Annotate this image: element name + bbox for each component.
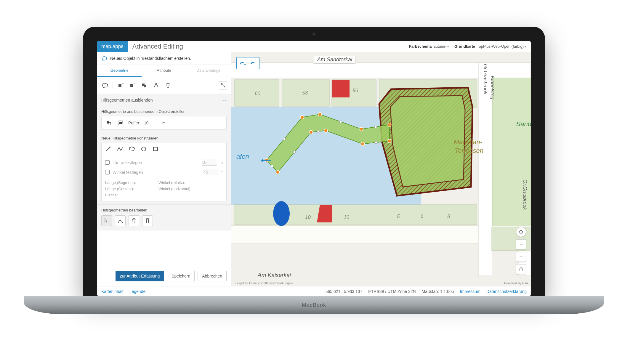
to-attribute-capture-button[interactable]: zur Attribut-Erfassung xyxy=(116,271,164,281)
add-shape-button[interactable]: + xyxy=(116,81,125,89)
map-viewport[interactable]: 60 58 56 5 6 8 10 10 + Am Sandtorkai Am … xyxy=(231,52,531,286)
privacy-link[interactable]: Datenschutzerklärung xyxy=(486,289,527,294)
fix-angle-label: Winkel festlegen xyxy=(113,170,143,175)
fix-length-checkbox[interactable] xyxy=(105,160,110,165)
chevron-down-icon: ▾ xyxy=(447,45,449,48)
draw-point-button[interactable] xyxy=(105,145,112,153)
from-existing-heading: Hilfsgeometrie aus bestehendem Objekt er… xyxy=(101,109,227,114)
svg-rect-9 xyxy=(119,122,122,124)
svg-point-43 xyxy=(339,121,342,123)
draw-polygon-button[interactable] xyxy=(128,145,135,153)
buffer-input[interactable] xyxy=(144,120,159,126)
delete-all-helpers-button[interactable] xyxy=(142,215,153,226)
svg-text:+: + xyxy=(122,82,124,85)
svg-point-37 xyxy=(388,123,391,126)
save-button[interactable]: Speichern xyxy=(167,271,195,281)
building-number: 8 xyxy=(447,214,450,219)
map-credit: Powered by Esri xyxy=(504,281,528,285)
street-label-grasbrook-top: Gr.Grasbrook xyxy=(482,64,488,94)
building-number: 5 xyxy=(397,214,400,219)
tab-geometry[interactable]: Geometrie xyxy=(97,65,142,77)
angle-rel-label: Winkel (relativ): xyxy=(158,180,185,185)
svg-rect-5 xyxy=(144,85,146,87)
svg-point-35 xyxy=(318,113,322,116)
webcam-dot xyxy=(313,33,315,36)
building-number: 56 xyxy=(352,88,358,93)
street-label-top: Am Sandtorkai xyxy=(314,56,355,64)
svg-point-29 xyxy=(273,201,290,226)
delete-button[interactable] xyxy=(164,81,172,89)
svg-text:−: − xyxy=(134,82,135,85)
sand-label: Sand xyxy=(516,120,531,128)
scheme-dropdown[interactable]: autumn▾ xyxy=(433,44,448,49)
tab-files: Dateianhänge xyxy=(186,65,231,77)
draw-polygon-button[interactable] xyxy=(101,81,109,89)
app-header: map.apps Advanced Editing Farbschema aut… xyxy=(97,41,531,52)
buffer-label: Puffer: xyxy=(128,121,140,125)
building-number: 10 xyxy=(305,214,311,220)
locate-button[interactable] xyxy=(516,227,526,237)
street-label-grasbrook-bottom: Gr.Grasbrook xyxy=(522,179,528,210)
svg-point-45 xyxy=(375,141,377,144)
app-logo[interactable]: map.apps xyxy=(97,41,128,52)
fix-length-input[interactable] xyxy=(202,159,217,166)
svg-point-36 xyxy=(360,127,363,131)
remove-shape-button[interactable]: − xyxy=(128,81,137,89)
reshape-helper-button[interactable] xyxy=(115,215,126,226)
svg-point-12 xyxy=(142,147,146,151)
copy-geometry-button[interactable] xyxy=(105,119,113,127)
svg-point-38 xyxy=(388,139,391,143)
fix-angle-unit: ° xyxy=(221,170,223,174)
svg-rect-0 xyxy=(118,84,121,87)
merge-shape-button[interactable] xyxy=(140,81,148,89)
buffer-geometry-button[interactable] xyxy=(116,119,125,127)
svg-point-47 xyxy=(293,151,296,153)
edit-vertex-button[interactable] xyxy=(152,81,160,89)
area-label: Fläche: xyxy=(105,193,158,197)
access-note: Es gelten keine Zugriffsbeschränkungen xyxy=(235,281,293,285)
basemap-dropdown[interactable]: TopPlus-Web-Open (farbig)▾ xyxy=(477,44,526,49)
fix-angle-checkbox[interactable] xyxy=(105,170,110,174)
map-content-link[interactable]: Karteninhalt xyxy=(101,289,124,294)
chevron-up-icon: ︿ xyxy=(223,97,227,102)
imprint-link[interactable]: Impressum xyxy=(460,289,480,294)
app-title: Advanced Editing xyxy=(128,43,188,50)
building-number: 60 xyxy=(255,91,260,96)
water-arrow-icon: ⟵ xyxy=(261,156,272,165)
cancel-button[interactable]: Abbrechen xyxy=(198,271,227,281)
svg-point-34 xyxy=(300,116,304,119)
building-number: 6 xyxy=(421,214,424,219)
svg-rect-13 xyxy=(153,147,158,151)
svg-text:+: + xyxy=(244,62,246,66)
svg-point-15 xyxy=(122,222,123,223)
magellan-label: Magellan--Terrassen xyxy=(453,138,483,155)
svg-point-40 xyxy=(324,129,328,132)
sketch-button[interactable] xyxy=(249,58,258,68)
tab-attributes[interactable]: Attribute xyxy=(142,65,186,77)
draw-circle-button[interactable] xyxy=(140,145,147,153)
buffer-unit: m xyxy=(162,121,166,125)
expand-button[interactable] xyxy=(219,81,227,89)
construct-heading: Neue Hilfsgeometrie konstruieren xyxy=(101,136,227,140)
street-label-kibbelsteg: Kibbelsteg xyxy=(489,76,495,99)
draw-rect-button[interactable] xyxy=(152,145,159,153)
add-sketch-button[interactable]: + xyxy=(238,58,247,68)
svg-point-42 xyxy=(283,138,286,140)
fix-length-unit: m xyxy=(219,160,223,165)
svg-point-39 xyxy=(361,142,365,146)
hafen-label: afen xyxy=(236,153,249,161)
zoom-out-button[interactable]: − xyxy=(516,252,526,262)
fix-angle-input[interactable] xyxy=(203,169,218,175)
svg-point-33 xyxy=(276,170,280,174)
zoom-in-button[interactable]: + xyxy=(516,239,526,249)
draw-polyline-button[interactable] xyxy=(116,145,124,153)
home-extent-button[interactable] xyxy=(516,264,526,274)
polygon-icon xyxy=(101,56,107,61)
delete-helper-button[interactable] xyxy=(129,215,139,226)
legend-link[interactable]: Legende xyxy=(129,289,146,294)
scheme-label: Farbschema xyxy=(409,44,432,49)
hide-helpers-toggle[interactable]: Hilfsgeometrien ausblenden ︿ xyxy=(97,94,231,106)
edit-helpers-heading: Hilfsgeometrien bearbeiten xyxy=(97,205,231,214)
building-number: 58 xyxy=(302,90,308,96)
scale-readout: Maßstab: 1:1.005 xyxy=(422,289,454,294)
